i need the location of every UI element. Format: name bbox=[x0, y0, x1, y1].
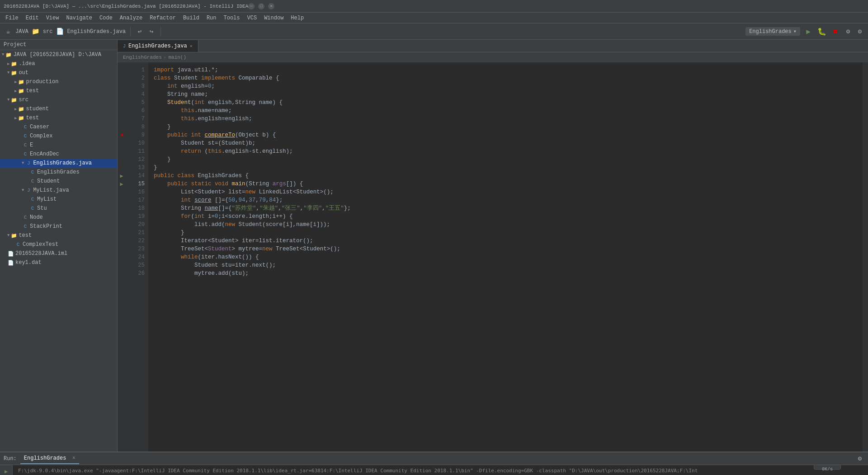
tab-close-button[interactable]: ✕ bbox=[190, 43, 193, 49]
memory-indicator[interactable]: 39% 0K/s 0K/s bbox=[814, 465, 841, 470]
tree-item-key1dat[interactable]: 📄 key1.dat bbox=[0, 258, 117, 267]
tree-item-test-src[interactable]: ▶ 📁 test bbox=[0, 113, 117, 122]
run-config-arrow: ▾ bbox=[793, 28, 797, 35]
tree-item-test-folder[interactable]: ▼ 📁 test bbox=[0, 231, 117, 240]
menu-item-window[interactable]: Window bbox=[260, 14, 287, 22]
title-text: 20165228JAVA [D:\JAVA] — ...\src\English… bbox=[4, 4, 248, 9]
tree-item-stu[interactable]: C Stu bbox=[0, 204, 117, 213]
gutter-8 bbox=[118, 123, 127, 131]
right-gutter bbox=[863, 62, 868, 451]
linenum-22: 22 bbox=[127, 237, 148, 245]
maximize-button[interactable]: □ bbox=[258, 3, 264, 9]
tree-item-production[interactable]: ▶ 📁 production bbox=[0, 77, 117, 86]
menu-item-tools[interactable]: Tools bbox=[220, 14, 244, 22]
linenum-10: 10 bbox=[127, 139, 148, 147]
minimize-button[interactable]: ─ bbox=[248, 3, 255, 9]
undo-icon[interactable]: ↩ bbox=[135, 27, 144, 36]
tree-item-node[interactable]: C Node bbox=[0, 213, 117, 222]
tree-item-myList-file[interactable]: ▼ J MyList.java bbox=[0, 186, 117, 195]
rerun-button[interactable]: ▶ bbox=[2, 467, 11, 475]
java-icon: ☕ bbox=[4, 27, 13, 36]
linenum-2: 2 bbox=[127, 74, 148, 82]
bottom-tabs: Run: EnglishGrades × ⚙ bbox=[0, 452, 868, 465]
menu-item-run[interactable]: Run bbox=[203, 14, 220, 22]
code-line-4: String name; bbox=[154, 90, 863, 99]
file-icon: 📄 bbox=[55, 27, 64, 36]
tree-label: EncAndDec bbox=[30, 151, 59, 157]
menu-item-build[interactable]: Build bbox=[179, 14, 203, 22]
menu-item-help[interactable]: Help bbox=[287, 14, 307, 22]
network-stats: 0K/s 0K/s bbox=[822, 465, 833, 472]
tree-item-out[interactable]: ▼ 📁 out bbox=[0, 68, 117, 77]
code-line-2: class Student implements Comparable { bbox=[154, 74, 863, 82]
menu-item-refactor[interactable]: Refactor bbox=[146, 14, 179, 22]
tree-item-e[interactable]: C E bbox=[0, 141, 117, 150]
code-line-13: } bbox=[154, 164, 863, 172]
tree-label: MyList.java bbox=[33, 187, 69, 193]
code-line-5: Student(int english,String name) { bbox=[154, 99, 863, 107]
toolbar-src-label: src bbox=[43, 28, 53, 35]
tree-label: src bbox=[19, 97, 28, 103]
toolbar-file-label: EnglishGrades.java bbox=[67, 28, 126, 35]
redo-icon[interactable]: ↪ bbox=[147, 27, 156, 36]
tree-item-englishGrades[interactable]: C EnglishGrades bbox=[0, 168, 117, 177]
tree-item-src[interactable]: ▼ 📁 src bbox=[0, 95, 117, 104]
tree-item-myList[interactable]: C MyList bbox=[0, 195, 117, 204]
tree-item-complex[interactable]: C Complex bbox=[0, 132, 117, 141]
menu-item-code[interactable]: Code bbox=[96, 14, 116, 22]
code-line-10: Student st=(Student)b; bbox=[154, 139, 863, 147]
breadcrumb-class[interactable]: EnglishGrades bbox=[123, 55, 162, 60]
tree-item-student[interactable]: ▶ 📁 student bbox=[0, 104, 117, 113]
sidebar-header: Project bbox=[0, 40, 117, 50]
tree-item-caeser[interactable]: C Caeser bbox=[0, 122, 117, 132]
tree-label: test bbox=[19, 232, 32, 239]
linenum-17: 17 bbox=[127, 196, 148, 204]
gutter-15: ▶ bbox=[118, 180, 126, 188]
separator-1 bbox=[130, 27, 131, 36]
gutter-10 bbox=[118, 139, 127, 147]
settings-icon[interactable]: ⚙ bbox=[855, 454, 864, 463]
run-button[interactable]: ▶ bbox=[803, 26, 814, 37]
run-output-content: F:\jdk-9.0.4\bin\java.exe "-javaagent:F:… bbox=[13, 465, 841, 475]
linenum-7: 7 bbox=[127, 115, 148, 123]
tree-item-stackPrint[interactable]: C StackPrint bbox=[0, 222, 117, 231]
menu-item-analyze[interactable]: Analyze bbox=[116, 14, 146, 22]
tree-item-student-cls[interactable]: C Student bbox=[0, 177, 117, 186]
tab-run[interactable]: EnglishGrades × bbox=[20, 453, 79, 464]
menu-item-navigate[interactable]: Navigate bbox=[62, 14, 96, 22]
editor-gutter: ● ▶ ▶ bbox=[118, 62, 127, 451]
menu-item-view[interactable]: View bbox=[42, 14, 63, 22]
menu-item-vcs[interactable]: VCS bbox=[244, 14, 261, 22]
tree-item-java-root[interactable]: ▼ 📁 JAVA [20165228JAVA] D:\JAVA bbox=[0, 50, 117, 59]
project-sidebar: Project ▼ 📁 JAVA [20165228JAVA] D:\JAVA … bbox=[0, 40, 118, 451]
run-config-selector[interactable]: EnglishGrades ▾ bbox=[745, 27, 800, 36]
tree-label: .idea bbox=[19, 61, 35, 67]
breadcrumb-sep: ▸ bbox=[164, 54, 167, 60]
tree-item-englishGrades-file[interactable]: ▼ J EnglishGrades.java bbox=[0, 159, 117, 168]
tree-label: production bbox=[26, 79, 58, 85]
debug-button[interactable]: 🐛 bbox=[816, 26, 827, 37]
tree-label: 20165228JAVA.iml bbox=[15, 250, 67, 257]
stop-button[interactable]: ■ bbox=[830, 26, 841, 37]
menu-item-file[interactable]: File bbox=[2, 14, 22, 22]
tree-item-test-out[interactable]: ▶ 📁 test bbox=[0, 86, 117, 95]
run-tab-close[interactable]: × bbox=[72, 455, 75, 461]
run-config-name: EnglishGrades bbox=[24, 455, 66, 461]
tree-label: Node bbox=[30, 214, 43, 221]
code-line-11: return (this.english-st.english); bbox=[154, 147, 863, 155]
code-line-24: while(iter.hasNext()) { bbox=[154, 253, 863, 261]
tab-englishGrades[interactable]: J EnglishGrades.java ✕ bbox=[118, 40, 198, 52]
code-line-18: String name[]={"苏炸堂","朱越","张三","李四","王五"… bbox=[154, 204, 863, 212]
coverage-icon[interactable]: ⚙ bbox=[844, 27, 853, 36]
menu-item-edit[interactable]: Edit bbox=[22, 14, 42, 22]
tree-label: ComplexTest bbox=[23, 241, 58, 248]
code-content[interactable]: import java.util.*; class Student implem… bbox=[148, 62, 863, 451]
close-button[interactable]: ✕ bbox=[268, 3, 274, 9]
profile-icon[interactable]: ⚙ bbox=[855, 27, 864, 36]
tree-item-iml[interactable]: 📄 20165228JAVA.iml bbox=[0, 249, 117, 258]
tree-item-idea[interactable]: ▶ 📁 .idea bbox=[0, 59, 117, 68]
breadcrumb-method[interactable]: main() bbox=[168, 55, 186, 60]
tree-item-complexTest[interactable]: C ComplexTest bbox=[0, 240, 117, 249]
tree-label: test bbox=[26, 88, 39, 94]
tree-item-encAndDec[interactable]: C EncAndDec bbox=[0, 150, 117, 159]
